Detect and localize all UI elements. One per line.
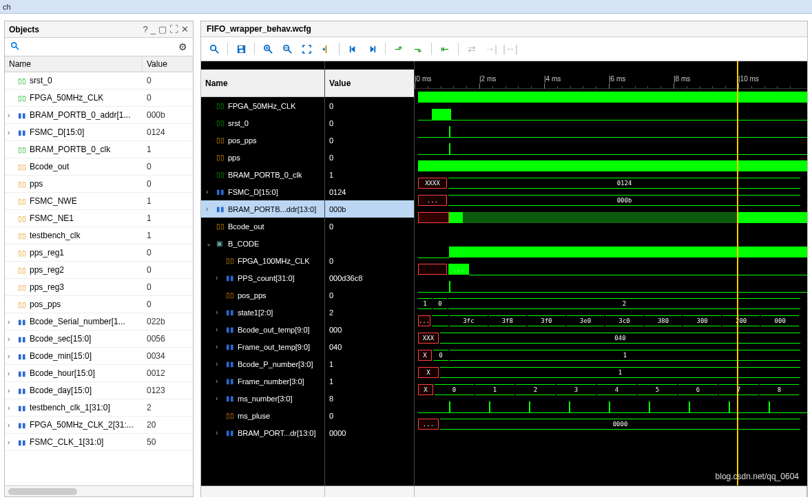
maximize-icon[interactable]: ⛶ (169, 24, 178, 34)
wave-track[interactable]: XXXX0124 (415, 175, 807, 192)
wave-value-row[interactable]: 0 (325, 252, 414, 269)
wave-track[interactable] (415, 140, 807, 158)
wave-track[interactable] (415, 158, 807, 175)
gear-icon[interactable]: ⚙ (176, 41, 190, 52)
wave-name-row[interactable]: ▯▯srst_0 (201, 114, 324, 132)
obj-row[interactable]: ›▮▮Bcode_day[15:0]0123 (5, 382, 193, 399)
wave-value-header[interactable]: Value (325, 70, 414, 97)
wave-name-row[interactable]: ›▮▮Frame_number[3:0] (201, 372, 324, 390)
goto-cursor-icon[interactable] (317, 41, 335, 56)
prev-transition-icon[interactable]: ⇤ (436, 41, 454, 56)
help-icon[interactable]: ? (143, 24, 148, 34)
obj-row[interactable]: ▯▯pps_reg30 (5, 279, 193, 296)
wave-name-row[interactable]: ›▮▮BRAM_PORT...dr[13:0] (201, 424, 324, 441)
cursor-line[interactable] (737, 61, 738, 485)
obj-row[interactable]: ›▮▮testbench_clk_1[31:0]2 (5, 399, 193, 417)
close-icon[interactable]: ✕ (181, 24, 189, 34)
obj-row[interactable]: ›▮▮FSMC_CLK_1[31:0]50 (5, 434, 193, 451)
wave-name-row[interactable]: ›▮▮PPS_count[31:0] (201, 269, 324, 286)
wave-track[interactable]: X1 (415, 364, 807, 381)
obj-row[interactable]: ▯▯FSMC_NWE1 (5, 193, 193, 210)
wave-value-row[interactable]: 000b (325, 200, 414, 218)
wave-track[interactable] (415, 399, 807, 416)
remove-marker-icon[interactable]: ⬎ (409, 41, 427, 56)
wave-names-rows[interactable]: ▯▯FPGA_50MHz_CLK▯▯srst_0▯▯pos_pps▯▯pps▯▯… (201, 97, 324, 485)
zoom-in-icon[interactable] (259, 41, 277, 56)
wave-track[interactable]: ...0000 (415, 416, 807, 433)
obj-row[interactable]: ›▮▮Bcode_sec[15:0]0056 (5, 330, 193, 348)
wave-value-row[interactable]: 0124 (325, 183, 414, 200)
wave-track[interactable]: ... (415, 261, 807, 278)
wave-name-row[interactable]: ▯▯Bcode_out (201, 218, 324, 235)
wave-name-row[interactable]: ▯▯FPGA_100MHz_CLK (201, 252, 324, 269)
wave-tracks[interactable]: XXXX0124...000b...102...3fc3f83f03e03c03… (415, 89, 807, 433)
wave-track[interactable] (415, 278, 807, 295)
wave-track[interactable]: ...000b (415, 192, 807, 209)
wave-value-row[interactable]: 000d36c8 (325, 269, 414, 286)
wave-value-row[interactable]: 8 (325, 390, 414, 407)
wave-value-row[interactable]: 1 (325, 372, 414, 390)
wave-name-row[interactable]: ▯▯pps (201, 149, 324, 166)
wave-value-row[interactable]: 040 (325, 338, 414, 355)
wave-hscroll[interactable] (201, 485, 807, 496)
obj-row[interactable]: ▯▯pps_reg10 (5, 244, 193, 262)
obj-name-header[interactable]: Name (5, 56, 143, 72)
wave-name-row[interactable]: ▯▯ms_pluse (201, 407, 324, 424)
wave-values-rows[interactable]: 000010124000b00000d36c80200004011800000 (325, 97, 414, 485)
wave-name-row[interactable]: ›▮▮Bcode_out_temp[9:0] (201, 321, 324, 338)
obj-row[interactable]: ›▮▮Bcode_Serial_number[1...022b (5, 313, 193, 330)
wave-value-row[interactable]: 1 (325, 166, 414, 183)
obj-row[interactable]: ▯▯pps0 (5, 176, 193, 193)
wave-name-row[interactable]: ›▮▮ms_number[3:0] (201, 390, 324, 407)
obj-row[interactable]: ▯▯FPGA_50MHz_CLK0 (5, 90, 193, 107)
time-ruler[interactable]: |0 ms|2 ms|4 ms|6 ms|8 ms|10 ms (415, 61, 807, 89)
obj-row[interactable]: ›▮▮Bcode_hour[15:0]0012 (5, 365, 193, 382)
wave-value-row[interactable]: 2 (325, 304, 414, 321)
zoom-search-icon[interactable] (205, 41, 223, 56)
wave-name-row[interactable]: ›▮▮Frame_out_temp[9:0] (201, 338, 324, 355)
prev-edge-icon[interactable] (344, 41, 362, 56)
wave-name-header[interactable]: Name (201, 70, 324, 97)
wave-name-row[interactable]: ›▮▮Bcode_P_number[3:0] (201, 355, 324, 372)
obj-row[interactable]: ▯▯FSMC_NE11 (5, 210, 193, 227)
search-icon[interactable] (8, 41, 23, 53)
wave-name-row[interactable]: ▯▯FPGA_50MHz_CLK (201, 97, 324, 114)
obj-row[interactable]: ›▮▮FPGA_50MHz_CLK_2[31:...20 (5, 417, 193, 434)
obj-value-header[interactable]: Value (143, 56, 193, 72)
obj-row[interactable]: ▯▯Bcode_out0 (5, 158, 193, 176)
wave-track[interactable]: X01 (415, 347, 807, 364)
obj-hscroll[interactable] (5, 485, 193, 496)
minimize-icon[interactable]: _ (151, 24, 156, 34)
wave-canvas-col[interactable]: 9.660655500 |0 ms|2 ms|4 ms|6 ms|8 ms|10… (415, 61, 807, 485)
obj-row[interactable]: ▯▯testbench_clk1 (5, 227, 193, 244)
wave-value-row[interactable]: 1 (325, 355, 414, 372)
wave-value-row[interactable] (325, 235, 414, 252)
wave-name-row[interactable]: ›▮▮FSMC_D[15:0] (201, 183, 324, 200)
zoom-fit-icon[interactable] (298, 41, 315, 56)
wave-value-row[interactable]: 0 (325, 114, 414, 132)
wave-value-row[interactable]: 0 (325, 132, 414, 149)
wave-track[interactable] (415, 106, 807, 123)
wave-track[interactable]: 102 (415, 295, 807, 313)
wave-name-row[interactable]: ▯▯pos_pps (201, 132, 324, 149)
wave-value-row[interactable]: 0000 (325, 424, 414, 441)
obj-table-body[interactable]: ▯▯srst_00▯▯FPGA_50MHz_CLK0›▮▮BRAM_PORTB_… (5, 72, 193, 485)
wave-value-row[interactable]: 0 (325, 218, 414, 235)
wave-value-row[interactable]: 0 (325, 97, 414, 114)
obj-row[interactable]: ▯▯pos_pps0 (5, 296, 193, 313)
wave-track[interactable] (415, 89, 807, 106)
wave-name-row[interactable]: ▯▯pos_pps (201, 286, 324, 304)
wave-track[interactable] (415, 123, 807, 140)
obj-row[interactable]: ▯▯srst_00 (5, 72, 193, 90)
wave-value-row[interactable]: 000 (325, 321, 414, 338)
next-edge-icon[interactable] (363, 41, 381, 56)
wave-track[interactable]: ...3fc3f83f03e03c0380300200000 (415, 313, 807, 330)
wave-track[interactable] (415, 209, 807, 227)
wave-value-row[interactable]: 0 (325, 407, 414, 424)
wave-track[interactable]: XXX040 (415, 330, 807, 347)
add-marker-icon[interactable]: ⬏ (390, 41, 408, 56)
zoom-out-icon[interactable] (278, 41, 296, 56)
obj-row[interactable]: ▯▯BRAM_PORTB_0_clk1 (5, 141, 193, 158)
wave-track[interactable] (415, 227, 807, 244)
wave-track[interactable]: X012345678 (415, 381, 807, 399)
